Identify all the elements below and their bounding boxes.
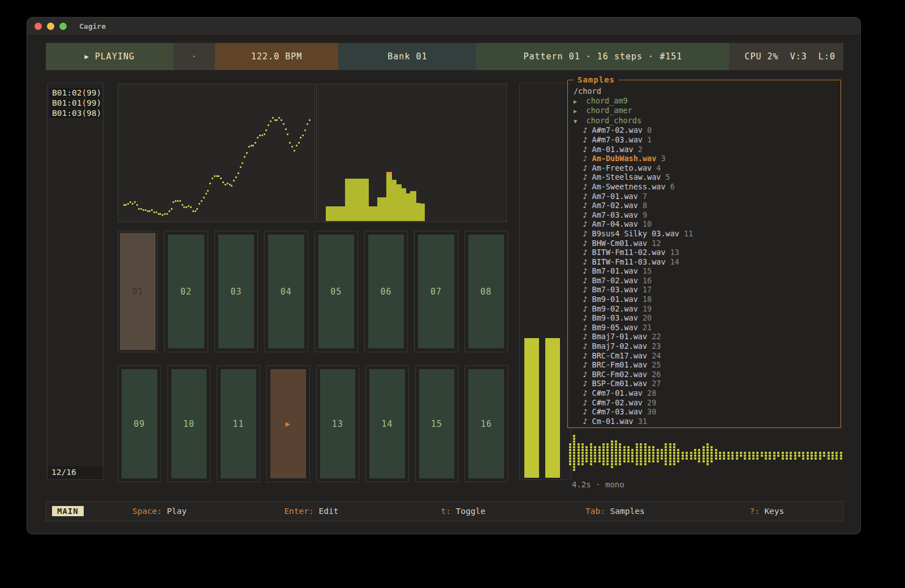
sample-file-row[interactable]: ♪ Am-Sweetness.wav 6 [574,182,836,192]
sample-file-row[interactable]: ♪ Am-Steelsaw.wav 5 [574,172,836,182]
waveform-dot [627,446,630,448]
note-icon: ♪ [574,257,592,266]
sample-file-row[interactable]: ♪ A#m7-03.wav 1 [574,135,836,145]
scatter-point [304,129,306,131]
sample-file-row[interactable]: ♪ BRC-Fm01.wav 25 [574,360,836,370]
sample-file-row[interactable]: ♪ Am-DubWash.wav 3 [574,154,836,163]
sample-file-row[interactable]: ♪ Bm7-03.wav 17 [574,285,836,295]
waveform-dot [590,443,592,446]
sample-file-row[interactable]: ♪ B9sus4 Silky 03.wav 11 [574,229,836,239]
sample-file-row[interactable]: ♪ Bmaj7-01.wav 22 [574,332,836,341]
scatter-point [138,208,140,210]
sample-file-row[interactable]: ♪ Am-01.wav 2 [574,145,836,154]
waveform-dot [706,449,709,451]
pad-08[interactable]: 08 [464,231,508,352]
sample-file-row[interactable]: ♪ Am7-02.wav 8 [574,201,836,210]
sample-file-row[interactable]: ♪ A#m7-02.wav 0 [574,126,836,135]
scatter-point [264,133,265,135]
pad-03[interactable]: 03 [214,231,258,352]
sample-file-row[interactable]: ♪ Bm9-03.wav 20 [574,313,836,323]
waveform-dot [669,446,671,448]
sample-file-name: Am7-04.wav [592,219,638,228]
sample-file-row[interactable]: ♪ Am7-03.wav 9 [574,210,836,220]
pad-10[interactable]: 10 [167,365,211,482]
sample-file-row[interactable]: ♪ BITW-Fm11-03.wav 14 [574,257,836,267]
pad-01[interactable]: 01 [118,231,158,352]
pad-13[interactable]: 13 [316,365,360,482]
sample-folder-row[interactable]: ▶ chord_amer [574,106,836,116]
sample-file-row[interactable]: ♪ Bmaj7-02.wav 23 [574,341,836,351]
waveform-dot [602,455,605,457]
waveform-dot [840,457,842,460]
zoom-button[interactable] [59,23,67,30]
waveform-dot [602,452,605,454]
histogram-chart [316,84,507,222]
scatter-point [201,200,202,202]
sample-file-row[interactable]: ♪ BRC-Cm17.wav 24 [574,351,836,361]
waveform-dot [756,457,759,460]
waveform-dot [682,457,684,460]
waveform-dot [710,446,713,448]
waveform-dot [611,446,613,448]
waveform-dot [811,452,813,454]
waveform-dot [652,449,654,451]
sample-file-row[interactable]: ♪ Bm7-02.wav 16 [574,276,836,286]
note-icon: ♪ [574,266,592,275]
waveform-dot [569,455,571,457]
waveform-dot [648,446,650,448]
sample-file-row[interactable]: ♪ BHW-Cm01.wav 12 [574,239,836,248]
waveform-dot [765,452,767,454]
sample-file-row[interactable]: ♪ Am-Freeto.wav 4 [574,163,836,173]
sample-file-row[interactable]: ♪ Am7-04.wav 10 [574,219,836,229]
waveform-dot [828,455,830,457]
key-hint-samples: Tab: Samples [539,507,691,516]
pad-09[interactable]: 09 [118,365,161,482]
pad-12[interactable]: ▶ [266,365,310,482]
sample-file-row[interactable]: ♪ BITW-Fm11-02.wav 13 [574,248,836,257]
waveform-dot [752,452,755,454]
waveform-dot [744,457,746,460]
scatter-point [235,176,237,178]
scatter-point [169,210,170,212]
note-icon: ♪ [574,323,592,332]
sample-file-row[interactable]: ♪ Cm-01.wav 31 [574,417,836,426]
pad-15[interactable]: 15 [415,365,459,482]
pad-02[interactable]: 02 [164,231,208,352]
pad-04[interactable]: 04 [264,231,308,352]
sample-file-row[interactable]: ♪ Am7-01.wav 7 [574,192,836,201]
close-button[interactable] [35,23,42,30]
samples-panel-title: Samples [574,75,619,84]
sample-file-row[interactable]: ♪ C#m7-02.wav 29 [574,398,836,408]
waveform-dot [569,457,571,460]
sample-file-row[interactable]: ♪ C#m7-03.wav 30 [574,407,836,417]
waveform-dot [811,457,813,460]
pad-16[interactable]: 16 [464,365,508,482]
waveform-dot [606,457,609,460]
bank-display[interactable]: Bank 01 [338,43,476,70]
sample-file-row[interactable]: ♪ BRC-Fm02.wav 26 [574,370,836,379]
minimize-button[interactable] [47,23,54,30]
pad-11[interactable]: 11 [217,365,260,482]
sample-folder-row[interactable]: ▶ chord_am9 [574,96,836,106]
waveform-dot [615,446,617,448]
waveform-dot [802,455,804,457]
sample-file-row[interactable]: ♪ Bm9-01.wav 18 [574,295,836,304]
sample-folder-row[interactable]: ▼ chord_chords [574,116,836,126]
scatter-point [289,142,291,144]
pad-label: 08 [468,235,504,348]
sample-file-row[interactable]: ♪ Bm7-01.wav 15 [574,266,836,276]
bpm-display[interactable]: 122.0 BPM [215,43,339,70]
pad-label: 13 [320,369,356,478]
pad-14[interactable]: 14 [365,365,409,482]
sample-file-row[interactable]: ♪ C#m7-01.wav 28 [574,388,836,398]
sample-file-row[interactable]: ♪ Bm9-05.wav 21 [574,323,836,332]
sample-file-row[interactable]: ♪ BSP-Cm01.wav 27 [574,379,836,388]
sample-file-index: 17 [638,285,652,294]
pad-05[interactable]: 05 [314,231,358,352]
pad-06[interactable]: 06 [364,231,408,352]
key-hint-keys: ?: Keys [691,507,843,516]
sample-file-row[interactable]: ♪ Bm9-02.wav 19 [574,304,836,314]
waveform-dot [715,452,717,454]
pad-07[interactable]: 07 [414,231,458,352]
pattern-display[interactable]: Pattern 01 · 16 steps · #151 [476,43,729,70]
